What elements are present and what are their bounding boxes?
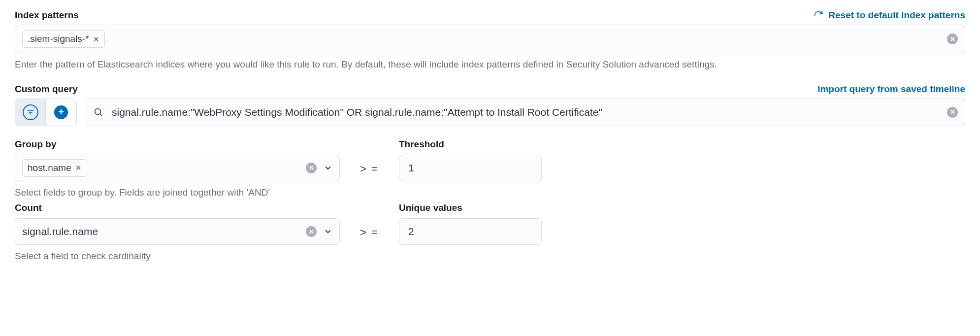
- index-patterns-help: Enter the pattern of Elasticsearch indic…: [15, 58, 965, 71]
- custom-query-input[interactable]: signal.rule.name:"WebProxy Settings Modi…: [86, 99, 965, 126]
- custom-query-value: signal.rule.name:"WebProxy Settings Modi…: [112, 106, 602, 118]
- refresh-icon: [814, 10, 823, 20]
- filter-icon: [23, 104, 38, 120]
- unique-values-value: 2: [406, 226, 416, 237]
- svg-line-4: [100, 114, 102, 116]
- threshold-operator: > =: [350, 156, 389, 182]
- add-filter-button[interactable]: +: [46, 99, 76, 126]
- clear-count-icon[interactable]: ✕: [306, 226, 317, 237]
- threshold-value: 1: [406, 162, 416, 174]
- plus-icon: +: [54, 105, 68, 119]
- query-filter-buttons: +: [15, 99, 77, 126]
- remove-group-pill-icon[interactable]: ✕: [75, 164, 82, 171]
- group-by-help: Select fields to group by. Fields are jo…: [15, 186, 340, 199]
- toggle-filter-button[interactable]: [15, 99, 46, 126]
- chevron-down-icon: [324, 164, 332, 172]
- unique-operator: > =: [350, 219, 389, 246]
- count-label: Count: [15, 202, 340, 213]
- unique-values-input[interactable]: 2: [399, 218, 542, 245]
- index-pattern-pill[interactable]: .siem-signals-* ✕: [22, 30, 105, 48]
- import-query-link[interactable]: Import query from saved timeline: [817, 84, 965, 95]
- reset-index-patterns-link[interactable]: Reset to default index patterns: [814, 10, 965, 21]
- search-icon: [93, 107, 104, 118]
- index-patterns-label: Index patterns: [15, 10, 79, 21]
- group-by-pill-text: host.name: [28, 163, 71, 173]
- chevron-down-icon: [324, 227, 332, 236]
- clear-index-patterns-icon[interactable]: ✕: [947, 34, 958, 44]
- import-query-text: Import query from saved timeline: [817, 84, 965, 95]
- clear-query-icon[interactable]: ✕: [947, 107, 958, 118]
- threshold-input[interactable]: 1: [399, 155, 542, 181]
- reset-link-text: Reset to default index patterns: [828, 10, 965, 21]
- unique-values-label: Unique values: [399, 202, 542, 213]
- count-value: signal.rule.name: [22, 226, 301, 237]
- index-patterns-input[interactable]: .siem-signals-* ✕ ✕: [15, 25, 965, 53]
- remove-pill-icon[interactable]: ✕: [93, 35, 99, 43]
- count-help: Select a field to check cardinality: [15, 250, 340, 263]
- count-input[interactable]: signal.rule.name ✕: [15, 218, 340, 245]
- clear-group-by-icon[interactable]: ✕: [306, 163, 317, 173]
- custom-query-label: Custom query: [15, 84, 78, 95]
- index-pattern-pill-text: .siem-signals-*: [28, 34, 89, 44]
- group-by-pill[interactable]: host.name ✕: [22, 159, 87, 177]
- group-by-input[interactable]: host.name ✕ ✕: [15, 155, 340, 181]
- group-by-label: Group by: [15, 139, 340, 150]
- threshold-label: Threshold: [399, 139, 542, 150]
